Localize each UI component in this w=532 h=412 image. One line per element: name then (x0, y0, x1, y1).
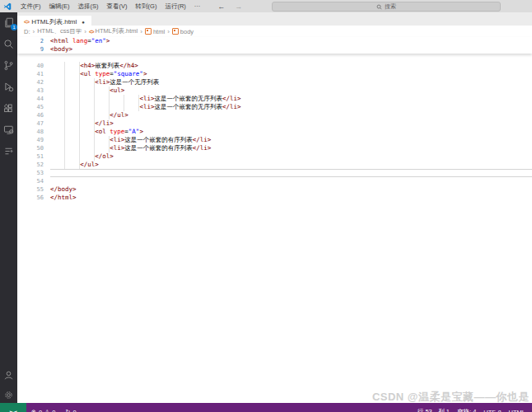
settings-icon[interactable] (3, 390, 14, 400)
code-line[interactable]: 51 </ol> (17, 152, 532, 161)
token-st: "A" (128, 128, 140, 135)
code-line[interactable]: 50 <li>这是一个嵌套的有序列表</li> (17, 144, 532, 152)
warning-count: 0 (52, 409, 55, 412)
line-number[interactable]: 53 (17, 169, 50, 177)
token-tg: > (143, 70, 147, 77)
line-number[interactable]: 2 (17, 37, 50, 45)
remote-explorer-icon[interactable] (3, 124, 14, 135)
line-number[interactable]: 43 (17, 87, 50, 95)
breadcrumb-item-3[interactable]: html (145, 28, 165, 35)
run-debug-icon[interactable] (3, 82, 14, 92)
line-number[interactable]: 45 (17, 103, 50, 111)
code-line[interactable]: 55</body> (17, 185, 532, 194)
code-area[interactable]: 40 <h4>嵌套列表</h4>41 <ul type="square">42 … (17, 62, 532, 202)
line-number[interactable]: 48 (17, 128, 50, 136)
sticky-line[interactable]: 9<body> (17, 45, 532, 54)
menu-item-5[interactable]: 运行(R) (161, 2, 189, 10)
indent-guides (50, 152, 95, 161)
menu-item-4[interactable]: 转到(G) (132, 2, 161, 10)
code-line[interactable]: 54 (17, 177, 532, 185)
code-line[interactable]: 53 (17, 169, 532, 177)
code-line[interactable]: 44 <li>这是一个嵌套的无序列表</li> (17, 95, 532, 103)
code-line[interactable]: 43 <ul> (17, 87, 532, 95)
line-number[interactable]: 47 (17, 119, 50, 128)
token-tg: </ul> (80, 161, 99, 168)
problems-indicator[interactable]: ⊗ 0 ⚠ 0 (26, 409, 61, 412)
line-number[interactable]: 41 (17, 70, 50, 78)
modified-dot-icon[interactable]: ● (82, 20, 85, 25)
code-line[interactable]: 48 <ol type="A"> (17, 128, 532, 136)
code-line[interactable]: 45 <li>这是一个嵌套的无序列表</li> (17, 103, 532, 111)
sync-icon: ↻ (66, 409, 71, 412)
code-line[interactable]: 40 <h4>嵌套列表</h4> (17, 62, 532, 70)
line-number[interactable]: 42 (17, 78, 50, 87)
code-line[interactable]: 56</html> (17, 194, 532, 202)
breadcrumb-item-1[interactable]: HTML、css自学 (37, 27, 82, 35)
code-line[interactable]: 42 <li>这是一个无序列表 (17, 78, 532, 87)
menu-item-0[interactable]: 文件(F) (16, 2, 45, 10)
line-number[interactable]: 55 (17, 185, 50, 194)
element-symbol-icon (145, 28, 152, 35)
code-line[interactable]: 41 <ul type="square"> (17, 70, 532, 78)
nav-forward-icon[interactable]: → (235, 2, 242, 11)
line-number[interactable]: 49 (17, 136, 50, 144)
line-number[interactable]: 54 (17, 177, 50, 185)
search-icon (376, 4, 382, 10)
breadcrumb: D:›HTML、css自学›<>HTML列表.html›html›body (17, 26, 532, 37)
status-item-2[interactable]: UTF-8 (483, 409, 501, 412)
token-tg: <ul (80, 70, 91, 77)
status-item-3[interactable]: HTML (509, 409, 525, 412)
menu-item-1[interactable]: 编辑(E) (45, 2, 74, 10)
indent-guides (50, 161, 80, 169)
token-tg: <html (50, 37, 69, 44)
account-icon[interactable] (3, 370, 14, 381)
code-line[interactable]: 49 <li>这是一个嵌套的有序列表</li> (17, 136, 532, 144)
warning-icon: ⚠ (44, 409, 49, 412)
badge-count: 1 (11, 24, 17, 30)
code-line[interactable]: 52 </ul> (17, 161, 532, 169)
line-number[interactable]: 51 (17, 152, 50, 161)
token-tg: </li> (222, 103, 241, 110)
line-number[interactable]: 46 (17, 111, 50, 119)
breadcrumb-label: HTML列表.html (96, 27, 138, 35)
token-tx: 这是一个无序列表 (110, 78, 159, 86)
nav-back-icon[interactable]: ← (217, 2, 225, 11)
code-text: </body> (50, 185, 532, 194)
line-number[interactable]: 52 (17, 161, 50, 169)
line-number[interactable]: 56 (17, 194, 50, 202)
menu-item-6[interactable]: ··· (190, 2, 205, 10)
search-icon[interactable] (3, 39, 14, 49)
sticky-line[interactable]: 2<html lang="en"> (17, 37, 532, 45)
source-control-icon[interactable] (3, 60, 14, 71)
status-item-1[interactable]: 空格: 4 (457, 408, 476, 412)
code-text: <html lang="en"> (50, 37, 532, 45)
remote-indicator[interactable]: >< (0, 403, 26, 412)
breadcrumb-item-2[interactable]: <>HTML列表.html (89, 27, 138, 35)
token-tg: </li> (95, 119, 114, 127)
line-number[interactable]: 9 (17, 45, 50, 54)
breadcrumb-item-0[interactable]: D: (24, 28, 30, 35)
sync-indicator[interactable]: ↻ 0 (61, 409, 82, 412)
status-bar: >< ⊗ 0 ⚠ 0 ↻ 0 行 53，列 1空格: 4UTF-8HTML (0, 403, 532, 412)
token-tg: </li> (193, 144, 212, 152)
extensions-icon[interactable] (3, 103, 14, 114)
element-symbol-icon (172, 28, 179, 35)
explorer-icon[interactable]: 1 (3, 17, 14, 28)
code-text: </html> (50, 194, 532, 202)
line-number[interactable]: 50 (17, 144, 50, 152)
menu-item-2[interactable]: 选择(S) (74, 2, 103, 10)
code-line[interactable]: 47 </li> (17, 119, 532, 128)
code-text: <li>这是一个嵌套的无序列表</li> (50, 95, 532, 103)
status-item-0[interactable]: 行 53，列 1 (418, 408, 450, 412)
breadcrumb-item-4[interactable]: body (172, 28, 194, 35)
tab-html-list[interactable]: <> HTML列表.html ● (17, 16, 91, 29)
panel-icon[interactable] (3, 146, 14, 157)
code-line[interactable]: 46 </ul> (17, 111, 532, 119)
token-tg: > (106, 37, 110, 44)
menu-item-3[interactable]: 查看(V) (103, 2, 132, 10)
line-number[interactable]: 40 (17, 62, 50, 70)
indent-guides (50, 144, 110, 152)
search-box[interactable]: 搜索 (272, 2, 501, 12)
line-number[interactable]: 44 (17, 95, 50, 103)
token-tg: <li> (110, 144, 124, 152)
